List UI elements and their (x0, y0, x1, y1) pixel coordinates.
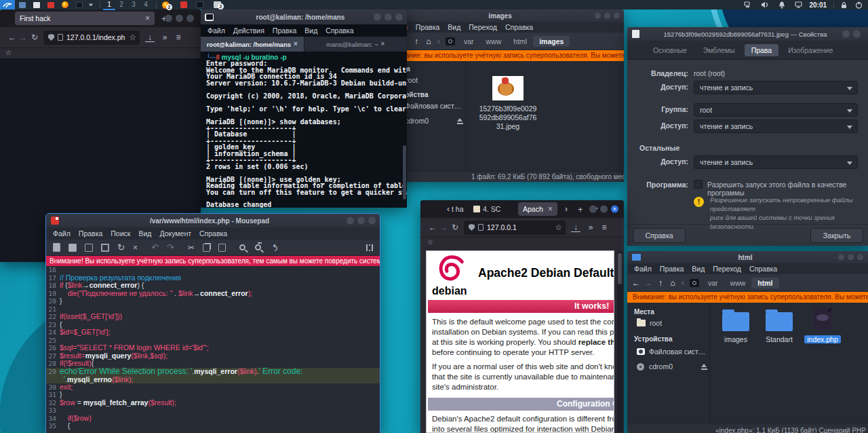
home-icon[interactable] (422, 37, 435, 45)
reload-icon[interactable] (28, 33, 41, 41)
group-access-dropdown[interactable]: чтение и запись (694, 119, 858, 133)
fm-images-menubar[interactable]: ФайлПравкаВидПереходСправка (386, 22, 537, 33)
menu-item[interactable]: Справка (321, 26, 357, 35)
crumb-scroll-left-icon[interactable] (435, 37, 443, 45)
close-button[interactable] (368, 217, 376, 225)
menu-item[interactable]: Справка (745, 265, 781, 273)
terminal-titlebar[interactable]: root@kaliman: /home/mans (201, 10, 407, 24)
power-icon[interactable] (855, 1, 863, 9)
forward-icon[interactable] (438, 223, 449, 231)
menu-item[interactable]: Вид (443, 23, 465, 31)
menu-item[interactable]: Вид (688, 265, 709, 273)
sidebar-item-cdrom[interactable]: cdrom0 (637, 362, 707, 371)
cut-icon[interactable] (188, 244, 195, 252)
window-controls[interactable] (835, 255, 863, 261)
minimize-button[interactable] (374, 14, 381, 21)
maximize-button[interactable] (842, 31, 850, 38)
window-controls[interactable] (591, 13, 620, 19)
page-scrollbar[interactable] (617, 252, 623, 432)
workspace-switcher[interactable]: 1234 (103, 0, 152, 10)
close-button[interactable] (186, 15, 194, 22)
eject-icon[interactable] (701, 364, 707, 370)
workspace-button[interactable]: 1 (103, 0, 115, 10)
minimize-button[interactable] (165, 15, 172, 22)
tab-scroll-left-icon[interactable] (445, 205, 452, 213)
files-launcher-icon[interactable] (33, 2, 40, 8)
tab-close-icon[interactable] (381, 41, 385, 48)
window-controls[interactable] (161, 15, 194, 22)
others-access-dropdown[interactable]: чтение и запись (694, 155, 858, 169)
breadcrumb-item[interactable]: images (533, 36, 570, 47)
tab-close-icon[interactable] (548, 205, 553, 213)
breadcrumb-item[interactable]: www (480, 36, 508, 47)
fullscreen-icon[interactable] (366, 244, 373, 251)
menu-item[interactable]: Файл (630, 265, 656, 273)
tab-first-hack[interactable]: First hack (15, 12, 155, 25)
minimize-button[interactable] (589, 206, 597, 213)
owner-access-dropdown[interactable]: чтение и запись (694, 81, 858, 94)
goto-line-icon[interactable] (270, 244, 279, 251)
help-button[interactable]: Справка (633, 228, 686, 243)
taskbar-firefox-icon[interactable]: 2 (162, 1, 170, 9)
fm-html-titlebar[interactable]: html (627, 251, 868, 263)
breadcrumb-item[interactable]: www (724, 278, 752, 288)
menu-item[interactable]: Правка (269, 26, 300, 35)
forward-icon[interactable] (642, 279, 654, 287)
window-buttons-icon[interactable] (19, 2, 26, 8)
menu-item[interactable]: Вид (134, 229, 155, 238)
menu-item[interactable]: Действия (229, 26, 269, 35)
terminal-output[interactable]: └─# mysql -u buratino -p Enter password:… (206, 54, 403, 206)
properties-titlebar[interactable]: 15276b3f09e0029592db899056af7631.jpeg — … (627, 27, 868, 41)
mousepad-launcher-icon[interactable] (47, 2, 54, 8)
volume-icon[interactable] (761, 1, 769, 8)
menu-item[interactable]: Вид (300, 26, 321, 35)
allow-execute-checkbox[interactable] (694, 180, 703, 189)
device-icon[interactable] (446, 37, 455, 45)
terminal-scrollbar[interactable] (403, 145, 406, 200)
terminal-tab-inactive[interactable]: mans@kaliman: ~ (304, 37, 408, 52)
display-icon[interactable] (795, 1, 802, 8)
menu-item[interactable]: Справка (501, 23, 537, 31)
url-bar[interactable]: 127.0.0.1 (464, 221, 566, 235)
shield-icon[interactable] (48, 34, 54, 41)
menu-item[interactable]: Переход (709, 265, 745, 273)
up-icon[interactable] (654, 279, 667, 287)
menu-item[interactable]: Файл (49, 229, 75, 238)
overflow-menu-icon[interactable] (160, 33, 170, 41)
page-info-icon[interactable] (58, 34, 63, 41)
code-editor[interactable]: 16 17// Проверка результата подключения1… (46, 266, 380, 433)
bookmark-star-icon[interactable] (129, 33, 136, 41)
image-filename[interactable]: 15276b3f09e0029 592db899056af76 31.jpeg (467, 105, 549, 131)
mousepad-menubar[interactable]: ФайлПравкаПоискВидДокументСправка (49, 227, 231, 240)
app-menu-icon[interactable] (599, 223, 609, 231)
save-as-icon[interactable] (101, 244, 109, 252)
menu-item[interactable]: Переход (465, 23, 501, 31)
window-controls[interactable] (839, 31, 861, 38)
maximize-button[interactable] (384, 14, 392, 21)
breadcrumb-item[interactable]: html (751, 278, 778, 288)
menu-item[interactable]: Файл (203, 26, 229, 35)
firefox-tab-bar[interactable]: t ha 4. SC Apach (420, 200, 624, 218)
menu-item[interactable]: Правка (75, 229, 106, 238)
launcher-expand-icon[interactable] (89, 3, 93, 6)
back-icon[interactable] (427, 223, 438, 231)
shield-icon[interactable] (469, 224, 475, 231)
taskbar-terminal-icon[interactable] (196, 1, 203, 8)
network-icon[interactable] (744, 1, 751, 8)
terminal-tab-active[interactable]: root@kaliman: /home/mans (201, 37, 304, 52)
breadcrumb-item[interactable]: html (507, 36, 533, 47)
apache-default-page[interactable]: debian Apache2 Debian Default Page It wo… (426, 250, 614, 433)
tab-close-icon[interactable] (294, 41, 298, 48)
url-bar[interactable]: 127.0.0.1/index.ph (43, 31, 140, 45)
group-dropdown[interactable]: root (694, 103, 858, 117)
minimize-button[interactable] (347, 217, 354, 225)
bookmark-item-icon[interactable] (427, 239, 433, 246)
device-icon[interactable] (690, 279, 699, 287)
workspace-button[interactable]: 3 (127, 0, 140, 10)
bookmark-star-icon[interactable] (555, 223, 562, 231)
bookmarks-toolbar[interactable] (420, 237, 624, 248)
fm-html-filelist[interactable]: images Standart index.php (711, 303, 868, 423)
close-button[interactable] (611, 206, 618, 213)
breadcrumbs[interactable]: varwwwhtml (702, 278, 779, 288)
fm-images-titlebar[interactable]: images (383, 10, 624, 22)
